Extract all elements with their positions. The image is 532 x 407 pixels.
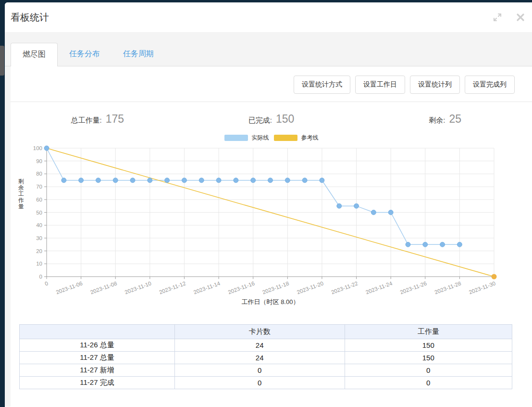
- svg-text:量: 量: [18, 203, 24, 210]
- svg-text:30: 30: [36, 235, 42, 241]
- tab-bar: 燃尽图 任务分布 任务周期: [5, 33, 532, 66]
- svg-text:工作日（时区 8.00）: 工作日（时区 8.00）: [242, 298, 299, 305]
- svg-text:80: 80: [36, 171, 42, 177]
- legend-reference-line[interactable]: 参考线: [274, 134, 319, 142]
- svg-text:2023-11-28: 2023-11-28: [433, 280, 462, 295]
- expand-icon[interactable]: [493, 13, 502, 22]
- table-cell: 24: [174, 352, 345, 364]
- svg-text:100: 100: [33, 145, 42, 151]
- svg-text:工: 工: [18, 191, 24, 197]
- table-cell: 24: [174, 339, 345, 352]
- set-workday-button[interactable]: 设置工作日: [355, 76, 405, 94]
- burndown-chart: 010203040506070809010002023-11-062023-11…: [11, 144, 532, 310]
- close-icon[interactable]: [516, 13, 525, 22]
- table-row: 11-27 总量24150: [20, 352, 512, 364]
- legend-actual-line[interactable]: 实际线: [224, 134, 269, 142]
- svg-text:2023-11-12: 2023-11-12: [159, 280, 187, 295]
- svg-text:余: 余: [18, 184, 24, 191]
- svg-text:0: 0: [39, 274, 42, 280]
- svg-text:2023-11-16: 2023-11-16: [227, 280, 256, 295]
- svg-text:90: 90: [36, 158, 42, 164]
- svg-text:2023-11-08: 2023-11-08: [89, 280, 118, 295]
- svg-text:40: 40: [36, 222, 42, 228]
- svg-text:2023-11-24: 2023-11-24: [365, 280, 393, 295]
- table-row: 11-27 完成00: [20, 377, 512, 389]
- svg-text:2023-11-26: 2023-11-26: [399, 280, 428, 295]
- svg-text:2023-11-06: 2023-11-06: [55, 280, 84, 295]
- table-cell: 11-27 新增: [20, 364, 175, 377]
- table-header-cell: [20, 325, 175, 339]
- tab-task-cycle[interactable]: 任务周期: [111, 43, 165, 66]
- tab-burndown-chart[interactable]: 燃尽图: [11, 43, 58, 66]
- dialog-title: 看板统计: [11, 11, 493, 24]
- table-row: 11-26 总量24150: [20, 339, 512, 352]
- table-cell: 11-27 完成: [20, 377, 175, 389]
- svg-text:2023-11-30: 2023-11-30: [468, 280, 496, 295]
- svg-text:2023-11-10: 2023-11-10: [124, 280, 152, 295]
- tab-task-distribution[interactable]: 任务分布: [58, 43, 111, 66]
- table-row: 11-27 新增00: [20, 364, 512, 377]
- chart-legend: 实际线 参考线: [11, 134, 532, 141]
- stats-table: 卡片数工作量 11-26 总量2415011-27 总量2415011-27 新…: [19, 324, 512, 389]
- settings-toolbar: 设置统计方式 设置工作日 设置统计列 设置完成列: [11, 66, 532, 102]
- table-cell: 11-26 总量: [20, 339, 175, 352]
- svg-text:10: 10: [36, 261, 42, 267]
- legend-actual-swatch: [224, 135, 248, 141]
- table-cell: 150: [345, 339, 512, 352]
- svg-text:70: 70: [36, 184, 42, 190]
- dialog-header: 看板统计: [5, 2, 532, 33]
- svg-text:20: 20: [36, 248, 42, 254]
- svg-text:作: 作: [18, 197, 24, 204]
- stat-completed: 已完成: 150: [185, 113, 359, 126]
- stat-remaining: 剩余: 25: [358, 113, 532, 126]
- svg-text:0: 0: [44, 280, 49, 287]
- table-header-row: 卡片数工作量: [20, 325, 512, 339]
- kanban-stats-dialog: 看板统计 燃尽图 任务分布 任务周期 设置统计方式 设置工作日: [5, 2, 532, 407]
- summary-stats: 总工作量: 175 已完成: 150 剩余: 25: [11, 102, 532, 126]
- table-header-cell: 卡片数: [174, 325, 345, 339]
- table-header-cell: 工作量: [345, 325, 512, 339]
- set-statistic-method-button[interactable]: 设置统计方式: [294, 76, 350, 94]
- table-cell: 0: [345, 377, 512, 389]
- svg-text:2023-11-20: 2023-11-20: [296, 280, 324, 295]
- svg-text:2023-11-22: 2023-11-22: [331, 280, 359, 295]
- svg-text:50: 50: [36, 210, 42, 216]
- background-sidebar-handle: [0, 46, 4, 76]
- set-done-column-button[interactable]: 设置完成列: [465, 76, 515, 94]
- legend-reference-swatch: [274, 135, 297, 141]
- table-cell: 150: [345, 352, 512, 364]
- table-cell: 0: [174, 377, 345, 389]
- table-cell: 0: [345, 364, 512, 377]
- stat-total-workload: 总工作量: 175: [11, 113, 185, 126]
- dialog-body: 设置统计方式 设置工作日 设置统计列 设置完成列 总工作量: 175 已完成: …: [5, 66, 532, 407]
- table-cell: 11-27 总量: [20, 352, 175, 364]
- svg-text:60: 60: [36, 197, 42, 203]
- svg-text:剩: 剩: [18, 178, 24, 185]
- svg-text:2023-11-18: 2023-11-18: [261, 280, 290, 295]
- table-cell: 0: [174, 364, 345, 377]
- burndown-panel: 总工作量: 175 已完成: 150 剩余: 25 实际线: [11, 102, 532, 407]
- set-statistic-column-button[interactable]: 设置统计列: [410, 76, 460, 94]
- svg-text:2023-11-14: 2023-11-14: [193, 280, 221, 295]
